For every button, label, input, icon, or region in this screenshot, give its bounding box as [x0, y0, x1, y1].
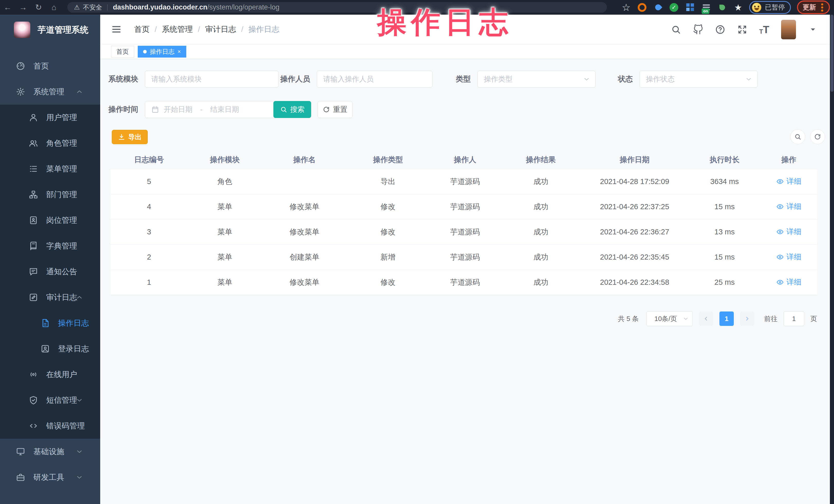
- hamburger-icon[interactable]: [111, 24, 122, 35]
- user-icon: [29, 113, 38, 122]
- tag-item[interactable]: 首页: [111, 46, 134, 58]
- sidebar-item-dev-tools[interactable]: 研发工具: [0, 464, 100, 490]
- sidebar-item-dict-management[interactable]: 字典管理: [0, 233, 100, 259]
- sidebar-item-label: 菜单管理: [46, 164, 77, 174]
- search-icon[interactable]: [671, 24, 681, 35]
- type-select-placeholder: 操作类型: [484, 74, 512, 84]
- table-cell: 2: [110, 253, 188, 261]
- chevron-down-icon: [583, 75, 590, 83]
- search-button[interactable]: 搜索: [273, 101, 311, 118]
- browser-home-icon[interactable]: ⌂: [46, 0, 62, 15]
- help-icon[interactable]: [715, 24, 725, 35]
- sidebar-item-role-management[interactable]: 角色管理: [0, 130, 100, 156]
- table-cell: 菜单: [188, 252, 262, 262]
- extension-white-star-icon[interactable]: [733, 3, 743, 12]
- sidebar-logo[interactable]: 芋道管理系统: [0, 15, 100, 45]
- sidebar-item-sms-management[interactable]: 短信管理: [0, 387, 100, 413]
- breadcrumb-item[interactable]: 审计日志: [205, 24, 236, 35]
- chevron-down-icon: [75, 474, 83, 481]
- sidebar-item-infrastructure[interactable]: 基础设施: [0, 439, 100, 464]
- bookmark-star-icon[interactable]: [621, 3, 631, 12]
- table-cell: 芋道源码: [429, 202, 501, 212]
- github-icon[interactable]: [693, 24, 703, 35]
- browser-reload-icon[interactable]: ↻: [31, 0, 46, 15]
- browser-menu-icon[interactable]: [821, 6, 823, 8]
- extension-blue-grid-icon[interactable]: [685, 3, 695, 12]
- toggle-search-button[interactable]: [790, 129, 805, 144]
- extension-orange-ring-icon[interactable]: [637, 3, 647, 12]
- browser-back-icon[interactable]: ←: [0, 0, 16, 15]
- detail-link[interactable]: 详细: [776, 227, 802, 237]
- breadcrumb-item[interactable]: 系统管理: [162, 24, 193, 35]
- fullscreen-icon[interactable]: [737, 24, 747, 35]
- gear-icon: [16, 87, 25, 96]
- table-cell: 菜单: [188, 277, 262, 288]
- table-cell: 菜单: [188, 202, 262, 212]
- sidebar: 芋道管理系统 首页系统管理用户管理角色管理菜单管理部门管理岗位管理字典管理通知公…: [0, 15, 100, 504]
- next-page-button[interactable]: [740, 311, 754, 326]
- sidebar-item-error-code-management[interactable]: 错误码管理: [0, 413, 100, 439]
- module-label: 系统模块: [108, 74, 138, 84]
- browser-forward-icon[interactable]: →: [16, 0, 31, 15]
- sidebar-item-home[interactable]: 首页: [0, 53, 100, 79]
- sidebar-item-menu-management[interactable]: 菜单管理: [0, 156, 100, 182]
- shield-check-icon: [29, 396, 38, 405]
- table-cell: 新增: [347, 252, 429, 262]
- prev-page-button[interactable]: [699, 311, 713, 326]
- page-number-button[interactable]: 1: [719, 311, 734, 326]
- reset-button[interactable]: 重置: [317, 101, 352, 118]
- sidebar-item-login-log[interactable]: 登录日志: [0, 336, 100, 361]
- eye-icon: [776, 178, 784, 185]
- detail-link[interactable]: 详细: [776, 176, 802, 187]
- detail-link[interactable]: 详细: [776, 252, 802, 262]
- module-input[interactable]: [145, 71, 279, 88]
- extension-green-leaf-icon[interactable]: [717, 3, 727, 12]
- table-action-cell: 详细: [761, 227, 817, 238]
- detail-link[interactable]: 详细: [776, 201, 802, 212]
- goto-page-input[interactable]: [784, 311, 804, 326]
- refresh-table-button[interactable]: [810, 129, 825, 144]
- table-header-cell: 操作名: [262, 155, 347, 165]
- page-size-select[interactable]: 10条/页: [646, 311, 693, 326]
- address-bar[interactable]: ⚠ 不安全 dashboard.yudao.iocoder.cn /system…: [67, 2, 607, 13]
- chevron-down-icon: [683, 315, 689, 322]
- tag-dot-icon: [143, 50, 147, 53]
- extension-blue-drop-icon[interactable]: [653, 3, 663, 12]
- export-button[interactable]: 导出: [112, 130, 148, 144]
- type-select[interactable]: 操作类型: [477, 71, 596, 88]
- chevron-down-icon[interactable]: [808, 24, 818, 35]
- detail-link[interactable]: 详细: [776, 277, 802, 287]
- table-cell: 成功: [501, 277, 581, 288]
- table-cell: 15 ms: [688, 202, 761, 211]
- extension-green-check-icon[interactable]: [669, 3, 679, 12]
- sidebar-menu: 首页系统管理用户管理角色管理菜单管理部门管理岗位管理字典管理通知公告审计日志操作…: [0, 53, 100, 490]
- calendar-icon: [151, 106, 159, 113]
- extension-paused-chip[interactable]: 已暂停: [749, 1, 791, 14]
- chevron-down-icon: [75, 396, 83, 404]
- id-badge-icon: [29, 216, 38, 225]
- breadcrumb-item[interactable]: 首页: [134, 24, 150, 35]
- table-cell: 芋道源码: [429, 177, 501, 187]
- sidebar-item-online-users[interactable]: 在线用户: [0, 361, 100, 387]
- date-range-input[interactable]: 开始日期 - 结束日期: [145, 101, 279, 118]
- avatar[interactable]: [781, 20, 796, 39]
- extension-layers-icon[interactable]: on: [701, 3, 711, 12]
- sidebar-item-audit-log[interactable]: 审计日志: [0, 285, 100, 310]
- org-tree-icon: [29, 190, 38, 199]
- font-size-icon[interactable]: TT: [759, 24, 769, 35]
- sidebar-item-operate-log[interactable]: 操作日志: [0, 310, 100, 336]
- operator-input[interactable]: [317, 71, 433, 88]
- close-icon[interactable]: ×: [178, 49, 181, 54]
- sidebar-item-system-management[interactable]: 系统管理: [0, 79, 100, 105]
- security-label: 不安全: [83, 3, 102, 12]
- sidebar-item-user-management[interactable]: 用户管理: [0, 105, 100, 130]
- sidebar-item-post-management[interactable]: 岗位管理: [0, 207, 100, 233]
- eye-icon: [776, 203, 784, 211]
- sidebar-item-notice-announcement[interactable]: 通知公告: [0, 259, 100, 285]
- page-scrollbar[interactable]: [830, 15, 834, 504]
- browser-update-button[interactable]: 更新: [797, 1, 830, 14]
- scrollbar-thumb[interactable]: [830, 15, 833, 92]
- sidebar-item-dept-management[interactable]: 部门管理: [0, 182, 100, 207]
- tag-active[interactable]: 操作日志×: [138, 46, 186, 58]
- status-select[interactable]: 操作状态: [639, 71, 758, 88]
